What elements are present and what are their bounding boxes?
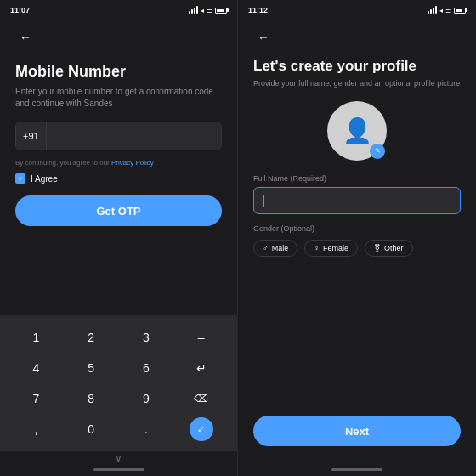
status-icons-right: ◂ ☰ — [428, 7, 466, 14]
next-text: Next — [345, 425, 369, 438]
agree-checkbox[interactable]: ✓ — [15, 173, 26, 184]
full-name-label: Full Name (Required) — [253, 174, 461, 183]
numpad-key-check[interactable]: ✓ — [173, 414, 229, 445]
status-time-right: 11:12 — [248, 6, 268, 14]
spacer — [253, 270, 461, 416]
get-otp-text: Get OTP — [96, 205, 140, 218]
status-bar-right: 11:12 ◂ ☰ — [238, 0, 476, 19]
status-time-left: 11:07 — [10, 6, 30, 14]
numpad-key-9[interactable]: 9 — [119, 383, 174, 414]
numpad-key-1[interactable]: 1 — [8, 322, 64, 353]
gender-option-other[interactable]: ⚧ Other — [365, 240, 413, 257]
status-icons-left: ◂ ☰ — [189, 7, 227, 14]
gender-options: ♂ Male ♀ Female ⚧ Other — [253, 240, 461, 257]
male-icon: ♂ — [263, 244, 269, 252]
get-otp-button[interactable]: Get OTP — [15, 196, 222, 226]
numpad-key-enter[interactable]: ↵ — [173, 353, 229, 383]
home-indicator-right — [332, 468, 382, 471]
next-button[interactable]: Next — [253, 416, 461, 446]
country-code[interactable]: +91 — [16, 122, 47, 150]
numpad-key-dash[interactable]: – — [173, 322, 229, 353]
male-label: Male — [272, 244, 289, 252]
privacy-link[interactable]: Privacy Policy — [111, 159, 154, 167]
phone-number-input[interactable] — [47, 122, 221, 150]
numpad: 1 2 3 – 4 5 6 ↵ 7 8 9 ⌫ , 0 . ✓ — [0, 315, 237, 451]
numpad-key-3[interactable]: 3 — [119, 322, 174, 353]
full-name-input[interactable] — [253, 187, 461, 214]
edit-icon: ✎ — [375, 147, 381, 155]
numpad-key-5[interactable]: 5 — [64, 353, 119, 383]
gender-option-male[interactable]: ♂ Male — [253, 240, 298, 257]
profile-subtitle: Provide your full name, gender and an op… — [253, 78, 461, 89]
female-icon: ♀ — [314, 244, 320, 252]
numpad-key-0[interactable]: 0 — [64, 414, 119, 445]
avatar-circle[interactable]: 👤 ✎ — [327, 101, 387, 161]
network-type-right: ◂ — [439, 7, 443, 14]
numpad-key-period[interactable]: . — [119, 414, 174, 445]
battery-icon-left — [215, 8, 227, 14]
back-button-right[interactable]: ← — [253, 27, 274, 48]
signal-icon-right — [428, 7, 437, 14]
status-bar-left: 11:07 ◂ ☰ — [0, 0, 237, 19]
numpad-key-2[interactable]: 2 — [64, 322, 119, 353]
network-type-left: ◂ — [201, 7, 204, 14]
text-cursor — [263, 195, 264, 207]
numpad-key-8[interactable]: 8 — [64, 383, 119, 414]
agree-row: ✓ I Agree — [15, 173, 222, 184]
phone-input-row[interactable]: +91 — [15, 122, 222, 150]
mobile-number-screen: 11:07 ◂ ☰ ← Mobile Number En — [0, 0, 238, 476]
numpad-key-6[interactable]: 6 — [119, 353, 174, 383]
avatar-container[interactable]: 👤 ✎ — [253, 101, 461, 161]
gender-label: Gender (Optional) — [253, 224, 461, 233]
screens-container: 11:07 ◂ ☰ ← Mobile Number En — [0, 0, 476, 476]
mobile-subtitle: Enter your mobile number to get a confir… — [15, 86, 222, 110]
agree-label: I Agree — [31, 174, 58, 184]
numpad-key-delete[interactable]: ⌫ — [173, 383, 229, 414]
numpad-key-comma[interactable]: , — [8, 414, 64, 445]
mobile-number-title: Mobile Number — [15, 63, 222, 81]
nfc-icon-left: ☰ — [207, 7, 212, 14]
back-button-left[interactable]: ← — [15, 27, 36, 48]
avatar-person-icon: 👤 — [343, 116, 372, 144]
create-profile-screen: 11:12 ◂ ☰ ← Let's create your prof — [238, 0, 476, 476]
other-label: Other — [384, 244, 404, 252]
numpad-key-4[interactable]: 4 — [8, 353, 64, 383]
home-indicator-left — [94, 468, 144, 471]
profile-title: Let's create your profile — [253, 58, 461, 75]
female-label: Female — [323, 244, 348, 252]
signal-icon-left — [189, 7, 198, 14]
gender-option-female[interactable]: ♀ Female — [304, 240, 358, 257]
battery-icon-right — [454, 8, 466, 14]
other-icon: ⚧ — [374, 244, 381, 252]
numpad-key-7[interactable]: 7 — [8, 383, 64, 414]
right-screen-content: ← Let's create your profile Provide your… — [238, 19, 476, 468]
nfc-icon-right: ☰ — [445, 7, 451, 14]
privacy-text: By continuing, you agree to our Privacy … — [15, 159, 222, 167]
numpad-chevron[interactable]: ∨ — [0, 451, 237, 468]
left-screen-content: ← Mobile Number Enter your mobile number… — [0, 19, 237, 315]
avatar-edit-badge[interactable]: ✎ — [370, 144, 385, 159]
